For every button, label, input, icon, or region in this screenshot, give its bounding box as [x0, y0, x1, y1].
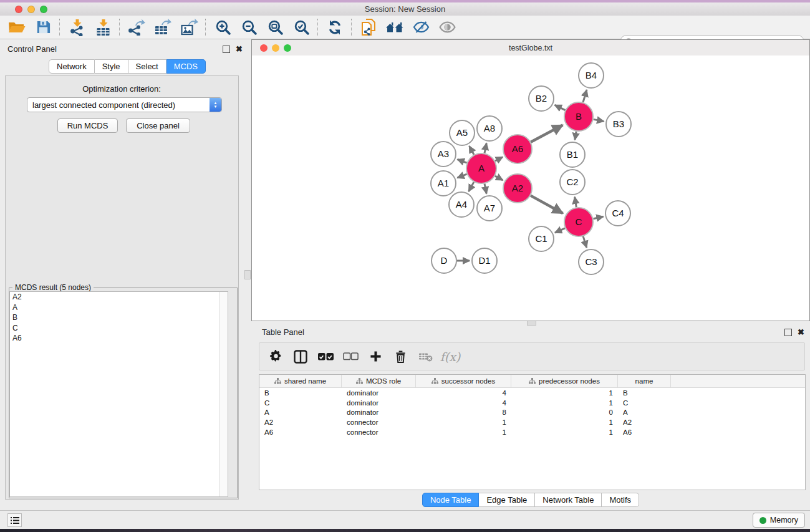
tab-style[interactable]: Style — [95, 59, 128, 74]
hide-graphics-button[interactable] — [408, 17, 434, 38]
table-row-a6[interactable]: A6connector11A6 — [259, 427, 805, 437]
graph-node-label-C3: C3 — [585, 256, 597, 267]
export-network-button[interactable] — [123, 17, 150, 38]
float-table-panel-icon[interactable] — [784, 329, 792, 336]
refresh-button[interactable] — [322, 17, 348, 38]
network-minimize-button[interactable] — [272, 44, 279, 52]
tab-edge-table[interactable]: Edge Table — [479, 493, 535, 507]
minimize-window-button[interactable] — [27, 6, 35, 13]
select-all-columns-button[interactable] — [313, 344, 338, 369]
graph-edge-B-B3[interactable] — [594, 119, 604, 121]
table-cell: A6 — [618, 428, 671, 436]
memory-button[interactable]: Memory — [753, 513, 805, 528]
result-item-a2[interactable]: A2 — [10, 292, 228, 302]
float-panel-icon[interactable] — [223, 46, 230, 53]
result-list-scrollbar[interactable] — [219, 292, 228, 496]
graph-edge-B-B2[interactable] — [555, 105, 566, 110]
graph-edge-C-C3[interactable] — [583, 236, 587, 248]
vertical-divider-handle[interactable] — [244, 270, 251, 279]
create-column-button[interactable] — [363, 344, 388, 369]
export-network-icon — [128, 19, 146, 36]
graph-edge-A-A6[interactable] — [495, 157, 503, 162]
table-row-a[interactable]: Adominator80A — [259, 408, 805, 418]
export-image-button[interactable] — [176, 17, 202, 38]
open-folder-icon — [7, 19, 26, 36]
import-table-button[interactable] — [90, 17, 116, 38]
function-builder-button: f(x) — [438, 344, 463, 369]
table-options-button[interactable] — [263, 344, 288, 369]
result-item-a6[interactable]: A6 — [10, 333, 228, 344]
import-network-button[interactable] — [64, 17, 90, 38]
zoom-selected-button[interactable] — [288, 17, 314, 38]
column-header-shared-name[interactable]: shared name — [259, 375, 342, 387]
criterion-select-value: largest connected component (directed) — [27, 100, 210, 110]
zoom-window-button[interactable] — [40, 6, 47, 13]
graph-edge-A-A2[interactable] — [495, 176, 503, 180]
column-header-mcds-role[interactable]: MCDS role — [342, 375, 416, 387]
panel-selector-button[interactable] — [7, 513, 22, 527]
criterion-select[interactable]: largest connected component (directed) ▲… — [27, 97, 222, 112]
graph-edge-A-A1[interactable] — [457, 174, 466, 178]
table-row-a2[interactable]: A2connector11A2 — [259, 417, 805, 427]
tab-network[interactable]: Network — [49, 59, 95, 74]
graph-node-label-A8: A8 — [484, 123, 495, 133]
close-table-panel-icon[interactable]: ✖ — [798, 329, 804, 336]
graph-node-label-B4: B4 — [586, 70, 597, 80]
home-button[interactable] — [382, 17, 408, 38]
table-cell: connector — [342, 418, 416, 426]
tab-motifs[interactable]: Motifs — [602, 493, 639, 507]
column-header-predecessor-nodes[interactable]: predecessor nodes — [511, 375, 618, 387]
refresh-icon — [327, 19, 343, 36]
window-controls — [15, 2, 47, 16]
zoom-in-button[interactable] — [210, 17, 236, 38]
network-from-selection-button[interactable] — [355, 17, 382, 38]
graph-edge-A-A4[interactable] — [469, 182, 474, 191]
network-graph-canvas[interactable]: B4B2BB3A5A8A6A3B1AA1C2A2A4A7CC4C1C3DD1 — [252, 56, 809, 321]
zoom-in-icon — [215, 19, 231, 35]
open-session-button[interactable] — [4, 17, 30, 38]
show-graphics-button[interactable] — [434, 17, 460, 38]
graph-edge-A6-B[interactable] — [531, 125, 562, 142]
table-row-c[interactable]: Cdominator41C — [259, 398, 805, 408]
zoom-out-button[interactable] — [236, 17, 262, 38]
tab-mcds[interactable]: MCDS — [166, 59, 206, 74]
zoom-fit-button[interactable] — [262, 17, 288, 38]
graph-edge-A-A7[interactable] — [485, 184, 486, 194]
save-session-button[interactable] — [30, 17, 56, 38]
delete-columns-button[interactable] — [388, 344, 413, 369]
graph-edge-C-C1[interactable] — [555, 228, 565, 233]
graph-edge-B-B1[interactable] — [575, 132, 576, 140]
graph-edge-A2-C[interactable] — [531, 196, 563, 213]
graph-edge-A-A8[interactable] — [485, 143, 486, 153]
table-cell: 4 — [416, 399, 511, 407]
graph-edge-B-B4[interactable] — [583, 90, 587, 102]
tab-node-table[interactable]: Node Table — [422, 493, 480, 507]
close-panel-button[interactable]: Close panel — [126, 118, 190, 133]
result-item-c[interactable]: C — [10, 323, 228, 334]
fx-icon: f(x) — [440, 350, 461, 364]
graph-edge-A-A3[interactable] — [458, 160, 467, 163]
network-window-title: testGlobe.txt — [509, 44, 552, 52]
close-window-button[interactable] — [15, 6, 22, 13]
tab-select[interactable]: Select — [128, 59, 166, 74]
export-table-button[interactable] — [150, 17, 176, 38]
column-header-name[interactable]: name — [618, 375, 671, 387]
run-mcds-button[interactable]: Run MCDS — [57, 118, 118, 133]
result-item-a[interactable]: A — [10, 302, 228, 313]
network-window-controls — [260, 40, 291, 56]
unselect-all-columns-button[interactable] — [338, 344, 363, 369]
close-panel-icon[interactable]: ✖ — [236, 46, 243, 52]
table-row-b[interactable]: Bdominator41B — [259, 388, 805, 398]
graph-node-label-B3: B3 — [613, 118, 624, 129]
network-close-button[interactable] — [260, 44, 268, 52]
tab-network-table[interactable]: Network Table — [535, 493, 602, 507]
column-header-successor-nodes[interactable]: successor nodes — [416, 375, 511, 387]
graph-edge-C-C4[interactable] — [593, 216, 603, 219]
home-icon — [385, 20, 405, 35]
graph-edge-A-A5[interactable] — [470, 146, 475, 155]
table-cell: 1 — [511, 399, 618, 407]
network-zoom-button[interactable] — [284, 44, 291, 52]
graph-edge-C-C2[interactable] — [575, 197, 577, 208]
result-item-b[interactable]: B — [10, 312, 228, 323]
show-column-button[interactable] — [288, 344, 313, 369]
